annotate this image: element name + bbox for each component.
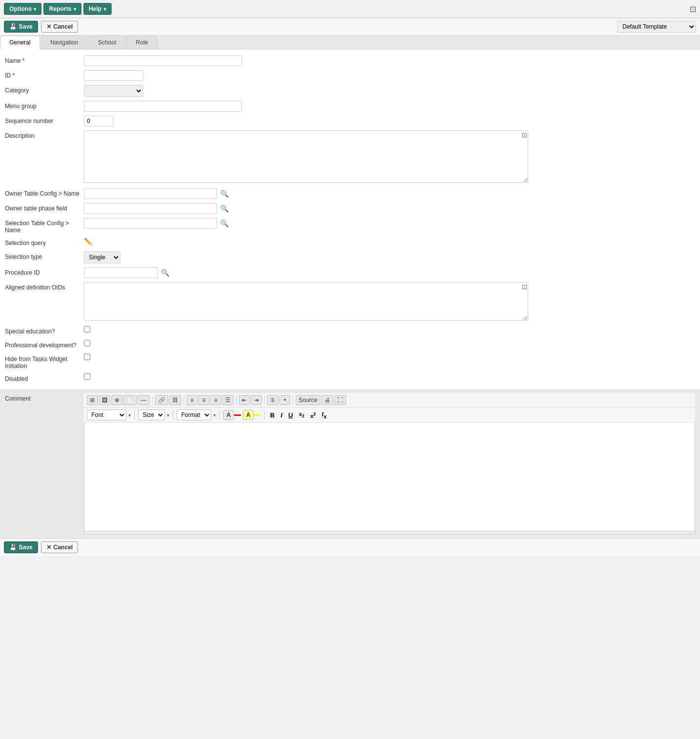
special-ed-checkbox[interactable] xyxy=(84,326,90,332)
rte-image-btn[interactable]: 🖼 xyxy=(99,395,111,405)
rte-flash-btn[interactable]: ⊗ xyxy=(112,395,122,405)
rte-toolbar-row2: Font ▾ Size ▾ Format ▾ A A xyxy=(84,408,695,423)
hide-tasks-field-wrap xyxy=(84,354,90,362)
selection-type-select[interactable]: Single Multiple xyxy=(84,251,120,263)
rte-underline-btn[interactable]: U xyxy=(286,411,295,420)
owner-table-label: Owner Table Config > Name xyxy=(5,188,84,197)
owner-table-search-button[interactable]: 🔍 xyxy=(219,190,230,198)
procedure-id-label: Procedure ID xyxy=(5,267,84,276)
help-button[interactable]: Help xyxy=(83,3,112,15)
owner-table-input[interactable] xyxy=(84,188,217,199)
bottom-save-disk-icon: 💾 xyxy=(9,544,17,551)
selection-type-label: Selection type xyxy=(5,251,84,260)
professional-dev-checkbox[interactable] xyxy=(84,340,90,346)
rte-resize-handle[interactable]: ⋮ xyxy=(84,532,695,534)
sequence-input[interactable] xyxy=(84,116,114,126)
rte-superscript-btn[interactable]: x2 xyxy=(309,411,318,420)
main-content: Name * ID * Category Menu group xyxy=(0,49,700,538)
owner-phase-input[interactable] xyxy=(84,203,217,214)
rte-font-arrow: ▾ xyxy=(128,412,131,418)
rte-print-btn[interactable]: 🖨 xyxy=(321,395,333,405)
rte-italic-btn[interactable]: I xyxy=(278,411,284,420)
rte-template-btn[interactable]: 📄 xyxy=(123,395,137,405)
rte-hr-btn[interactable]: — xyxy=(138,395,150,405)
aligned-oids-row: Aligned definition OIDs ⊡ xyxy=(0,280,700,324)
tab-navigation[interactable]: Navigation xyxy=(41,36,88,49)
rte-sep9 xyxy=(264,411,265,419)
rte-align-left-btn[interactable]: ≡ xyxy=(187,395,197,405)
name-label: Name * xyxy=(5,55,84,64)
owner-table-field-wrap: 🔍 xyxy=(84,188,230,199)
rte-bold-btn[interactable]: B xyxy=(268,411,276,420)
sequence-row: Sequence number xyxy=(0,114,700,128)
procedure-id-input[interactable] xyxy=(84,267,158,278)
rte-content-area[interactable] xyxy=(84,423,695,532)
reports-button[interactable]: Reports xyxy=(43,3,81,15)
action-bar: 💾 Save ✕ Cancel Default Template xyxy=(0,18,700,36)
aligned-oids-expand-icon[interactable]: ⊡ xyxy=(522,283,527,290)
rte-align-right-btn[interactable]: ≡ xyxy=(210,395,221,405)
procedure-id-search-button[interactable]: 🔍 xyxy=(160,269,170,277)
rte-highlight-btn[interactable]: A xyxy=(243,410,254,420)
id-field-wrap xyxy=(84,70,242,81)
professional-dev-label: Professional development? xyxy=(5,340,84,349)
selection-table-input[interactable] xyxy=(84,218,217,229)
menu-group-row: Menu group xyxy=(0,99,700,114)
selection-query-label: Selection query xyxy=(5,238,84,246)
disabled-checkbox[interactable] xyxy=(84,373,90,380)
rte-font-color-btn[interactable]: A xyxy=(223,410,234,420)
description-textarea[interactable] xyxy=(84,130,528,183)
selection-query-edit-button[interactable]: ✏️ xyxy=(84,238,92,246)
bottom-save-button[interactable]: 💾 Save xyxy=(4,541,38,553)
rte-resize-icon: ⋮ xyxy=(688,530,693,535)
category-select[interactable] xyxy=(84,85,143,97)
rte-sep1 xyxy=(152,396,153,405)
bottom-cancel-button[interactable]: ✕ Cancel xyxy=(41,541,78,553)
sequence-label: Sequence number xyxy=(5,116,84,124)
rte-fullscreen-btn[interactable]: ⛶ xyxy=(334,395,346,405)
rte-sep2 xyxy=(184,396,184,405)
sequence-field-wrap xyxy=(84,116,242,126)
rte-sep7 xyxy=(173,411,173,419)
rte-size-select[interactable]: Size xyxy=(138,410,165,420)
rte-source-btn[interactable]: Source xyxy=(296,395,320,405)
rte-clear-format-btn[interactable]: Ix xyxy=(320,410,329,420)
menu-group-input[interactable] xyxy=(84,101,242,112)
rte-format-arrow: ▾ xyxy=(213,412,216,418)
save-button[interactable]: 💾 Save xyxy=(4,21,38,33)
menu-group-label: Menu group xyxy=(5,101,84,110)
rte-ul-btn[interactable]: • xyxy=(279,395,290,405)
comment-label: Comment xyxy=(5,393,84,402)
cancel-button[interactable]: ✕ Cancel xyxy=(41,21,78,33)
expand-icon[interactable]: ⊡ xyxy=(690,4,696,14)
tab-role[interactable]: Role xyxy=(126,36,157,49)
owner-phase-search-button[interactable]: 🔍 xyxy=(219,205,230,212)
rte-align-center-btn[interactable]: ≡ xyxy=(198,395,209,405)
name-input[interactable] xyxy=(84,55,242,66)
hide-tasks-checkbox[interactable] xyxy=(84,354,90,360)
cancel-x-icon: ✕ xyxy=(46,23,51,30)
tab-school[interactable]: School xyxy=(88,36,125,49)
rte-unlink-btn[interactable]: ⛓ xyxy=(169,395,181,405)
aligned-oids-textarea[interactable] xyxy=(84,282,528,321)
rte-format-select[interactable]: Format xyxy=(177,410,211,420)
template-select[interactable]: Default Template xyxy=(617,21,696,33)
rte-link-btn[interactable]: 🔗 xyxy=(155,395,168,405)
tab-general[interactable]: General xyxy=(0,36,40,49)
rte-outdent-btn[interactable]: ⇤ xyxy=(239,395,250,405)
disabled-field-wrap xyxy=(84,373,90,381)
rte-align-justify-btn[interactable]: ☰ xyxy=(222,395,233,405)
description-expand-icon[interactable]: ⊡ xyxy=(522,131,527,139)
hide-tasks-row: Hide from Tasks Widget Initiation xyxy=(0,352,700,371)
rte-font-select[interactable]: Font xyxy=(87,410,126,420)
rte-table-btn[interactable]: ⊞ xyxy=(87,395,98,405)
selection-table-search-button[interactable]: 🔍 xyxy=(219,219,230,227)
options-button[interactable]: Options xyxy=(4,3,41,15)
rte-subscript-btn[interactable]: x2 xyxy=(297,410,306,419)
id-input[interactable] xyxy=(84,70,143,81)
rte-ol-btn[interactable]: ① xyxy=(267,395,278,405)
rte-indent-btn[interactable]: ⇥ xyxy=(251,395,262,405)
aligned-oids-wrap: ⊡ xyxy=(84,282,528,322)
rte-sep6 xyxy=(134,411,135,419)
tab-bar: General Navigation School Role xyxy=(0,36,700,49)
